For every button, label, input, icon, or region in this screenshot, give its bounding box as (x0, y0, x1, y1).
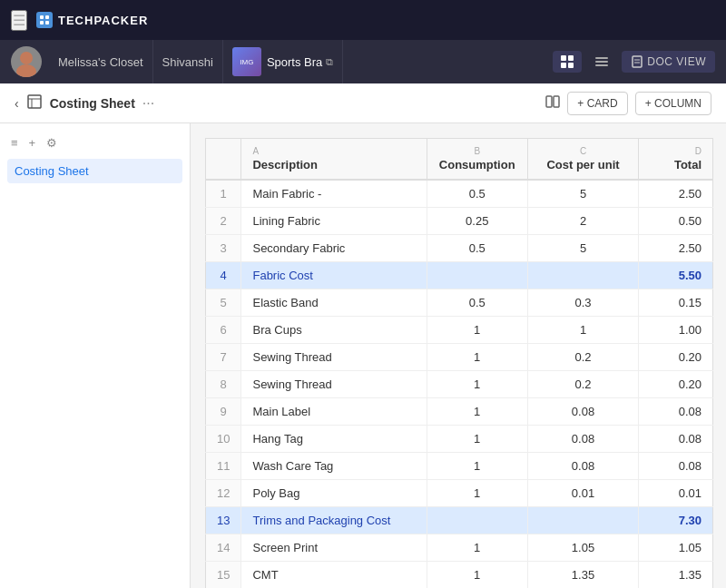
sidebar-add-button[interactable]: + (25, 134, 40, 152)
list-icon (594, 54, 609, 69)
sidebar: ≡ + ⚙ Costing Sheet (0, 123, 191, 588)
row-number: 11 (206, 453, 241, 480)
row-cost-per-unit (527, 262, 639, 289)
row-total: 0.08 (639, 398, 713, 426)
sheet-icon (26, 93, 43, 113)
row-consumption: 1 (427, 534, 527, 562)
row-description: Main Fabric - (241, 180, 427, 208)
external-link-icon: ⧉ (326, 56, 333, 68)
table-row[interactable]: 5Elastic Band0.50.30.15 (206, 289, 713, 317)
row-cost-per-unit: 0.2 (527, 344, 639, 371)
breadcrumb-brand[interactable]: Shivanshi (153, 40, 223, 83)
row-number: 13 (206, 507, 241, 534)
add-column-button[interactable]: + COLUMN (635, 92, 711, 115)
table-row[interactable]: 12Poly Bag10.010.01 (206, 480, 713, 507)
table-row[interactable]: 4Fabric Cost5.50 (206, 262, 713, 289)
svg-rect-11 (595, 61, 608, 63)
row-description: Sewing Thread (241, 344, 427, 371)
row-total: 0.15 (639, 289, 713, 317)
table-row[interactable]: 13Trims and Packaging Cost7.30 (206, 507, 713, 534)
add-card-button[interactable]: + CARD (567, 92, 627, 115)
row-description: Elastic Band (241, 289, 427, 317)
doc-view-button[interactable]: DOC VIEW (622, 51, 715, 73)
table-row[interactable]: 11Wash Care Tag10.080.08 (206, 453, 713, 480)
row-cost-per-unit: 5 (527, 235, 639, 262)
row-cost-per-unit: 1.05 (527, 534, 639, 562)
row-cost-per-unit: 0.3 (527, 289, 639, 317)
row-consumption: 1 (427, 480, 527, 507)
table-row[interactable]: 8Sewing Thread10.20.20 (206, 371, 713, 398)
sidebar-item-costing-sheet[interactable]: Costing Sheet (7, 159, 182, 183)
svg-rect-7 (568, 55, 574, 61)
row-description: Bra Cups (241, 317, 427, 344)
col-cost-per-unit: C Cost per unit (527, 139, 639, 181)
table-row[interactable]: 14Screen Print11.051.05 (206, 534, 713, 562)
row-total: 1.05 (639, 534, 713, 562)
row-consumption: 1 (427, 317, 527, 344)
table-header-row: A Description B Consumption C Cost per u… (206, 139, 713, 181)
table-row[interactable]: 9Main Label10.080.08 (206, 398, 713, 426)
svg-rect-9 (568, 63, 574, 68)
row-description: Secondary Fabric (241, 235, 427, 262)
row-total: 0.20 (639, 344, 713, 371)
collapse-button[interactable]: ‹ (15, 96, 19, 111)
row-consumption: 1 (427, 453, 527, 480)
list-view-button[interactable] (587, 51, 616, 73)
row-description: Main Label (241, 398, 427, 426)
sidebar-settings-button[interactable]: ⚙ (43, 134, 61, 152)
logo-icon (36, 12, 53, 28)
row-number: 3 (206, 235, 241, 262)
user-avatar (11, 46, 42, 77)
more-options-button[interactable]: ··· (142, 95, 154, 112)
sidebar-menu-icon[interactable]: ≡ (7, 134, 22, 152)
row-consumption: 1 (427, 344, 527, 371)
row-consumption (427, 262, 527, 289)
row-cost-per-unit: 0.08 (527, 453, 639, 480)
row-cost-per-unit: 5 (527, 180, 639, 208)
table-row[interactable]: 6Bra Cups111.00 (206, 317, 713, 344)
grid-view-button[interactable] (553, 51, 582, 73)
row-total: 7.30 (639, 507, 713, 534)
column-layout-button[interactable] (545, 94, 560, 113)
row-number: 12 (206, 480, 241, 507)
row-description: Fabric Cost (241, 262, 427, 289)
row-cost-per-unit: 1.35 (527, 562, 639, 589)
columns-icon (545, 94, 560, 109)
row-total: 1.35 (639, 562, 713, 589)
row-description: CMT (241, 562, 427, 589)
row-number: 8 (206, 371, 241, 398)
table-row[interactable]: 1Main Fabric -0.552.50 (206, 180, 713, 208)
svg-rect-10 (595, 57, 608, 59)
table-row[interactable]: 2Lining Fabric0.2520.50 (206, 208, 713, 235)
document-icon (631, 55, 643, 68)
row-consumption: 0.25 (427, 208, 527, 235)
svg-point-4 (20, 52, 33, 64)
row-description: Wash Care Tag (241, 453, 427, 480)
svg-rect-19 (546, 96, 552, 107)
main-content: ≡ + ⚙ Costing Sheet A Description B Cons… (0, 123, 726, 588)
view-controls: DOC VIEW (553, 51, 715, 73)
col-num (206, 139, 241, 181)
row-description: Lining Fabric (241, 208, 427, 235)
row-cost-per-unit: 1 (527, 317, 639, 344)
breadcrumb-user[interactable]: Melissa's Closet (49, 40, 153, 83)
col-total: D Total (639, 139, 713, 181)
sub-header-right: + CARD + COLUMN (545, 92, 711, 115)
table-row[interactable]: 7Sewing Thread10.20.20 (206, 344, 713, 371)
row-consumption: 0.5 (427, 235, 527, 262)
svg-rect-8 (561, 63, 566, 68)
row-number: 4 (206, 262, 241, 289)
breadcrumb-product[interactable]: IMG Sports Bra ⧉ (223, 40, 343, 83)
table-row[interactable]: 10Hang Tag10.080.08 (206, 426, 713, 453)
col-consumption: B Consumption (427, 139, 527, 181)
row-consumption: 0.5 (427, 289, 527, 317)
table-row[interactable]: 3Secondary Fabric0.552.50 (206, 235, 713, 262)
table-area[interactable]: A Description B Consumption C Cost per u… (191, 123, 726, 588)
svg-rect-1 (45, 15, 49, 19)
table-row[interactable]: 15CMT11.351.35 (206, 562, 713, 589)
row-description: Trims and Packaging Cost (241, 507, 427, 534)
hamburger-button[interactable]: ☰ (11, 10, 27, 31)
row-total: 5.50 (639, 262, 713, 289)
top-nav: ☰ TECHPACKER (0, 0, 726, 40)
svg-rect-12 (595, 64, 608, 66)
